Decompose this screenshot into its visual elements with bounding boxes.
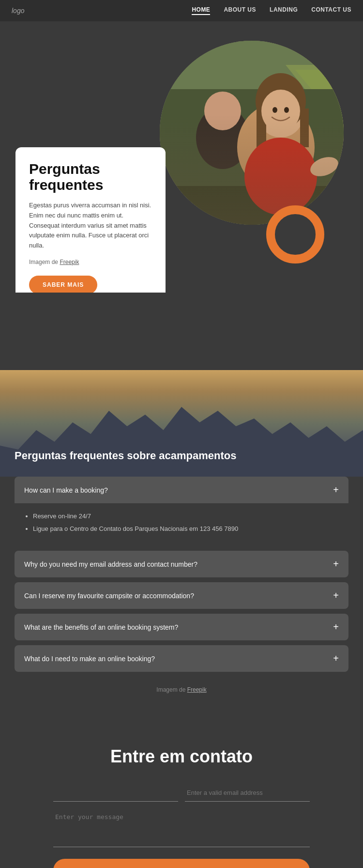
faq-question-5[interactable]: What do I need to make an online booking… (15, 645, 348, 672)
orange-ring-decoration (266, 205, 324, 264)
faq-toggle-icon-5: + (333, 653, 339, 664)
faq-answer-item-1-1: Reserve on-line 24/7 (33, 511, 339, 522)
mountain-silhouette (0, 399, 363, 477)
mountains-section: Perguntas frequentes sobre acampamentos (0, 370, 363, 477)
faq-question-text-1: How can I make a booking? (24, 486, 108, 494)
faq-question-text-5: What do I need to make an online booking… (24, 655, 155, 663)
faq-item-2: Why do you need my email address and con… (15, 551, 348, 577)
faq-image-credit: Imagem de Freepik (15, 677, 348, 703)
faq-toggle-icon-4: + (333, 621, 339, 633)
svg-point-16 (244, 138, 317, 215)
saber-mais-button[interactable]: SABER MAIS (29, 276, 97, 293)
svg-rect-4 (160, 89, 344, 225)
freepik-link[interactable]: Freepik (60, 259, 79, 265)
faq-toggle-icon-2: + (333, 558, 339, 570)
hero-image-inner (160, 41, 344, 225)
email-input[interactable] (185, 784, 310, 802)
hero-spacer (0, 293, 363, 370)
form-name-email-row (53, 784, 310, 802)
message-input[interactable] (53, 808, 310, 847)
name-input[interactable] (53, 784, 178, 802)
faq-question-1[interactable]: How can I make a booking? + (15, 477, 348, 503)
navbar: logo HOME ABOUT US LANDING CONTACT US (0, 0, 363, 21)
svg-point-8 (237, 104, 315, 191)
hero-title: Perguntas frequentes (29, 161, 152, 193)
svg-rect-12 (300, 108, 309, 147)
faq-toggle-icon-1: + (333, 484, 339, 496)
mountains-title: Perguntas frequentes sobre acampamentos (0, 450, 236, 462)
hero-body: Egestas purus viverra accumsan in nisl n… (29, 201, 152, 251)
nav-logo: logo (12, 7, 192, 15)
svg-point-15 (284, 107, 289, 113)
faq-question-2[interactable]: Why do you need my email address and con… (15, 551, 348, 577)
svg-point-13 (261, 90, 300, 132)
submit-button[interactable]: ENVIAR (53, 859, 310, 868)
svg-rect-11 (257, 108, 266, 157)
faq-question-text-2: Why do you need my email address and con… (24, 560, 197, 568)
contact-section: Entre em contato ENVIAR f t in G+ (0, 722, 363, 868)
faq-answer-1: Reserve on-line 24/7 Ligue para o Centro… (15, 503, 348, 546)
nav-links: HOME ABOUT US LANDING CONTACT US (192, 6, 351, 15)
svg-point-14 (272, 107, 277, 113)
hero-image-credit: Imagem de Freepik (29, 258, 152, 267)
faq-answer-item-1-2: Ligue para o Centro de Contato dos Parqu… (33, 524, 339, 534)
nav-contact[interactable]: CONTACT US (311, 6, 351, 15)
faq-toggle-icon-3: + (333, 590, 339, 601)
nav-about[interactable]: ABOUT US (224, 6, 256, 15)
faq-question-text-3: Can I reserve my favourite campsite or a… (24, 592, 194, 600)
faq-freepik-link[interactable]: Freepik (187, 686, 207, 693)
svg-point-17 (308, 154, 341, 180)
hero-section: Perguntas frequentes Egestas purus viver… (0, 21, 363, 293)
nav-home[interactable]: HOME (192, 6, 210, 15)
faq-question-text-4: What are the benefits of an online booki… (24, 623, 178, 631)
svg-point-6 (196, 106, 249, 169)
faq-item-3: Can I reserve my favourite campsite or a… (15, 582, 348, 609)
svg-point-7 (204, 92, 241, 130)
hero-image (160, 41, 344, 225)
faq-question-3[interactable]: Can I reserve my favourite campsite or a… (15, 582, 348, 609)
contact-title: Entre em contato (53, 746, 310, 767)
faq-item-1: How can I make a booking? + Reserve on-l… (15, 477, 348, 546)
nav-landing[interactable]: LANDING (270, 6, 298, 15)
faq-item-4: What are the benefits of an online booki… (15, 614, 348, 640)
faq-question-4[interactable]: What are the benefits of an online booki… (15, 614, 348, 640)
faq-section: How can I make a booking? + Reserve on-l… (0, 477, 363, 722)
hero-card: Perguntas frequentes Egestas purus viver… (15, 147, 166, 293)
faq-item-5: What do I need to make an online booking… (15, 645, 348, 672)
